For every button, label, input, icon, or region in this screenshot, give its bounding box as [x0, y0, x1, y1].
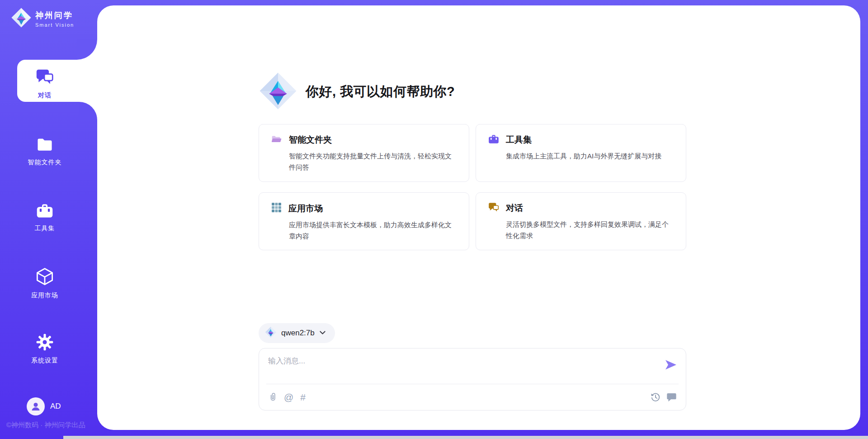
- greeting: 你好, 我可以如何帮助你?: [259, 72, 455, 112]
- sidebar-item-label: 系统设置: [31, 357, 58, 365]
- card-description: 智能文件夹功能支持批量文件上传与清洗，轻松实现文件问答: [271, 150, 458, 173]
- message-icon: [666, 392, 677, 402]
- sidebar-item-app-market[interactable]: 应用市场: [18, 267, 72, 300]
- card-title: 对话: [506, 202, 523, 214]
- person-icon: [29, 400, 42, 413]
- tab-connector-bottom: [79, 102, 97, 120]
- card-description: 集成市场上主流工具，助力AI与外界无缝扩展与对接: [488, 150, 675, 162]
- folder-icon: [35, 136, 54, 155]
- sidebar-item-label: 应用市场: [31, 291, 58, 300]
- card-smart-folders[interactable]: 智能文件夹 智能文件夹功能支持批量文件上传与清洗，轻松实现文件问答: [259, 124, 469, 182]
- mention-button[interactable]: @: [284, 392, 293, 402]
- feature-cards: 智能文件夹 智能文件夹功能支持批量文件上传与清洗，轻松实现文件问答 工具集 集成…: [259, 124, 686, 250]
- sidebar-item-label: 对话: [38, 91, 52, 100]
- send-button[interactable]: [664, 358, 678, 372]
- sidebar-item-label: 工具集: [35, 224, 55, 233]
- hash-icon: #: [300, 392, 306, 402]
- user-profile[interactable]: AD: [27, 397, 61, 415]
- sidebar: 神州问学 Smart Vision 对话 智能文件夹: [0, 0, 97, 439]
- composer-left-tools: @ #: [268, 391, 306, 402]
- composer-toolbar: @ #: [268, 390, 677, 404]
- card-title: 智能文件夹: [289, 134, 332, 146]
- card-title: 应用市场: [288, 203, 323, 215]
- history-icon: [650, 392, 660, 402]
- page-title: 你好, 我可以如何帮助你?: [306, 83, 455, 101]
- brand-logo: 神州问学 Smart Vision: [11, 7, 74, 30]
- briefcase-icon: [35, 202, 54, 221]
- user-name: AD: [50, 402, 61, 411]
- sidebar-item-toolset[interactable]: 工具集: [18, 202, 72, 233]
- model-name: qwen2:7b: [281, 329, 315, 338]
- card-app-market[interactable]: 应用市场 应用市场提供丰富长文本模板，助力高效生成多样化文章内容: [259, 192, 469, 250]
- card-chat[interactable]: 对话 灵活切换多模型文件，支持多样回复效果调试，满足个性化需求: [476, 192, 686, 250]
- copyright-footer: ©神州数码 · 神州问学出品: [6, 421, 85, 429]
- chat-bubbles-icon: [488, 202, 500, 215]
- composer: @ #: [259, 348, 686, 410]
- history-button[interactable]: [650, 392, 660, 402]
- brand-subtitle: Smart Vision: [35, 22, 74, 28]
- sidebar-item-chat[interactable]: 对话: [18, 68, 72, 100]
- composer-right-tools: [650, 392, 677, 402]
- sidebar-item-label: 智能文件夹: [28, 158, 62, 167]
- attachment-button[interactable]: [268, 391, 277, 402]
- paperclip-icon: [268, 391, 277, 402]
- sidebar-item-settings[interactable]: 系统设置: [18, 333, 72, 365]
- send-icon: [665, 358, 677, 371]
- folder-icon: [271, 134, 283, 146]
- main-panel: 你好, 我可以如何帮助你? 智能文件夹 智能文件夹功能支持批量文件上传与清洗，轻…: [97, 5, 860, 430]
- gem-logo-icon: [11, 7, 32, 30]
- message-input[interactable]: [268, 356, 657, 381]
- composer-divider: [266, 384, 679, 384]
- avatar: [27, 397, 45, 415]
- cube-icon: [35, 267, 54, 288]
- tab-connector-top: [77, 39, 97, 60]
- chat-bubbles-icon: [35, 68, 55, 88]
- gear-icon: [36, 333, 54, 353]
- hashtag-button[interactable]: #: [300, 392, 306, 402]
- card-description: 灵活切换多模型文件，支持多样回复效果调试，满足个性化需求: [488, 219, 675, 241]
- horizontal-scrollbar[interactable]: [63, 436, 868, 439]
- feedback-message-button[interactable]: [666, 392, 677, 402]
- briefcase-icon: [488, 134, 500, 146]
- at-icon: @: [284, 392, 293, 402]
- card-toolset[interactable]: 工具集 集成市场上主流工具，助力AI与外界无缝扩展与对接: [476, 124, 686, 182]
- grid-icon: [271, 202, 282, 215]
- chevron-down-icon: [319, 329, 326, 337]
- gem-logo-icon: [259, 72, 297, 112]
- gem-logo-icon: [265, 326, 277, 340]
- brand-name: 神州问学: [35, 10, 74, 21]
- sidebar-item-smart-folders[interactable]: 智能文件夹: [18, 136, 72, 167]
- model-selector[interactable]: qwen2:7b: [259, 323, 335, 343]
- card-title: 工具集: [506, 134, 532, 146]
- card-description: 应用市场提供丰富长文本模板，助力高效生成多样化文章内容: [271, 219, 458, 242]
